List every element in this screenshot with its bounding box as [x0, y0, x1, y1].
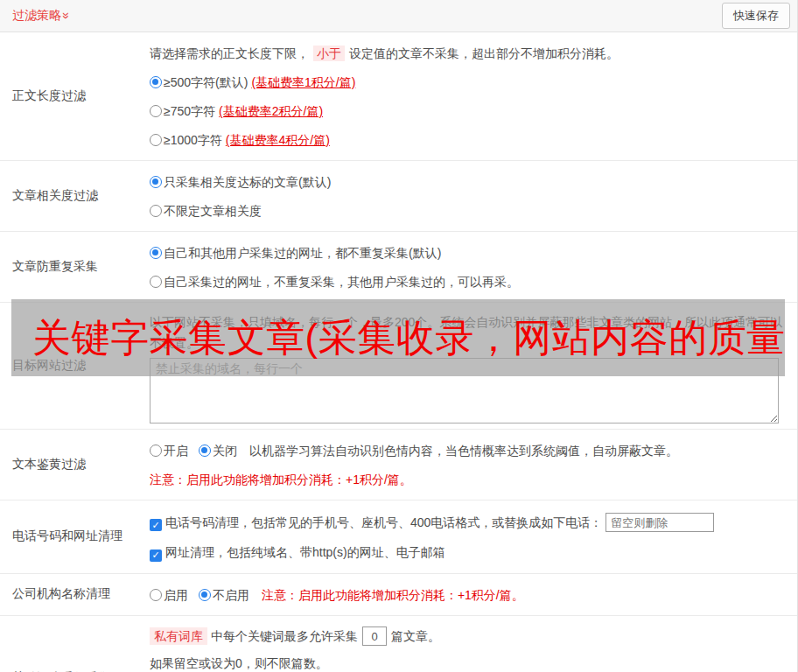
porn-filter-desc: 以机器学习算法自动识别色情内容，当色情概率达到系统阈值，自动屏蔽文章。: [249, 444, 678, 458]
url-clean-option: ✓网址清理，包括纯域名、带http(s)的网址、电子邮箱: [150, 543, 785, 562]
checkbox-url-clean[interactable]: ✓: [150, 550, 162, 562]
content-length-content: 请选择需求的正文长度下限，小于设定值的文章不采集，超出部分不增加积分消耗。 ≥5…: [150, 32, 797, 160]
option-dedup-global-text: 自己和其他用户采集过的网址，都不重复采集(默认): [164, 246, 441, 260]
radio-relevance-any[interactable]: [150, 205, 162, 217]
section-keyword-dedup: 关键词防重复采集 私有词库中每个关键词最多允许采集篇文章。 如果留空或设为0，则…: [0, 616, 797, 672]
radio-min-750[interactable]: [150, 105, 162, 117]
watermark-overlay: 关键字采集文章(采集收录，网站内容的质量: [11, 299, 785, 376]
intro-post-text: 设定值的文章不采集，超出部分不增加积分消耗。: [349, 46, 619, 60]
porn-on-text: 开启: [164, 444, 188, 458]
intro-pre-text: 请选择需求的正文长度下限，: [150, 46, 309, 60]
porn-filter-options: 开启关闭 以机器学习算法自动识别色情内容，当色情概率达到系统阈值，自动屏蔽文章。: [150, 442, 785, 459]
radio-relevance-strict[interactable]: [150, 176, 162, 188]
option-relevance-any: 不限定文章相关度: [150, 202, 785, 220]
page-title-text: 过滤策略: [12, 8, 61, 24]
relevance-label: 文章相关度过滤: [0, 161, 150, 231]
porn-off-text: 关闭: [213, 444, 237, 458]
radio-min-1000[interactable]: [150, 134, 162, 146]
section-porn-filter: 文本鉴黄过滤 开启关闭 以机器学习算法自动识别色情内容，当色情概率达到系统阈值，…: [0, 430, 797, 500]
porn-filter-label: 文本鉴黄过滤: [0, 430, 150, 500]
section-url-dedup: 文章防重复采集 自己和其他用户采集过的网址，都不重复采集(默认) 自己采集过的网…: [0, 232, 797, 303]
keyword-dedup-label: 关键词防重复采集: [0, 616, 150, 672]
company-disable-text: 不启用: [213, 588, 249, 602]
relevance-content: 只采集相关度达标的文章(默认) 不限定文章相关度: [150, 161, 797, 231]
content-length-label: 正文长度过滤: [0, 32, 150, 160]
porn-filter-note: 注意：启用此功能将增加积分消耗：+1积分/篇。: [150, 471, 785, 488]
private-lexicon-badge: 私有词库: [150, 627, 207, 645]
watermark-text: 关键字采集文章(采集收录，网站内容的质量: [32, 312, 785, 364]
keyword-limit-line: 私有词库中每个关键词最多允许采集篇文章。: [150, 626, 785, 647]
radio-dedup-global[interactable]: [150, 247, 162, 259]
porn-filter-content: 开启关闭 以机器学习算法自动识别色情内容，当色情概率达到系统阈值，自动屏蔽文章。…: [150, 430, 797, 500]
option-min-1000: ≥1000字符(基础费率4积分/篇): [150, 131, 785, 149]
quick-save-button[interactable]: 快速保存: [722, 3, 790, 29]
option-min-500-fee: (基础费率1积分/篇): [251, 75, 355, 89]
chevron-double-down-icon: »: [60, 12, 73, 19]
content-length-intro: 请选择需求的正文长度下限，小于设定值的文章不采集，超出部分不增加积分消耗。: [150, 45, 785, 62]
company-clean-note: 注意：启用此功能将增加积分消耗：+1积分/篇。: [262, 588, 524, 602]
radio-porn-off[interactable]: [199, 444, 211, 457]
keyword-note-unlimited: 如果留空或设为0，则不限篇数。: [150, 654, 785, 672]
keyword-limit-mid-text: 中每个关键词最多允许采集: [211, 629, 358, 643]
phone-clean-option: ✓电话号码清理，包括常见的手机号、座机号、400电话格式，或替换成如下电话：: [150, 513, 785, 532]
section-content-length: 正文长度过滤 请选择需求的正文长度下限，小于设定值的文章不采集，超出部分不增加积…: [0, 32, 797, 161]
section-relevance: 文章相关度过滤 只采集相关度达标的文章(默认) 不限定文章相关度: [0, 161, 797, 232]
company-enable-text: 启用: [164, 588, 188, 602]
radio-company-disable[interactable]: [199, 589, 211, 601]
keyword-dedup-content: 私有词库中每个关键词最多允许采集篇文章。 如果留空或设为0，则不限篇数。 如果设…: [150, 616, 797, 672]
option-relevance-strict-text: 只采集相关度达标的文章(默认): [164, 175, 331, 189]
option-min-750: ≥750字符(基础费率2积分/篇): [150, 102, 785, 120]
option-dedup-self: 自己采集过的网址，不重复采集，其他用户采集过的，可以再采。: [150, 273, 785, 290]
phone-url-clean-label: 电话号码和网址清理: [0, 500, 150, 573]
checkbox-phone-clean[interactable]: ✓: [150, 519, 162, 531]
url-clean-text: 网址清理，包括纯域名、带http(s)的网址、电子邮箱: [165, 545, 445, 559]
checkmark-icon: ✓: [151, 550, 159, 560]
phone-clean-text: 电话号码清理，包括常见的手机号、座机号、400电话格式，或替换成如下电话：: [165, 515, 602, 529]
option-relevance-any-text: 不限定文章相关度: [164, 204, 262, 218]
section-company-clean: 公司机构名称清理 启用不启用 注意：启用此功能将增加积分消耗：+1积分/篇。: [0, 574, 797, 616]
less-than-highlight: 小于: [313, 46, 345, 61]
url-dedup-content: 自己和其他用户采集过的网址，都不重复采集(默认) 自己采集过的网址，不重复采集，…: [150, 232, 797, 302]
radio-dedup-self[interactable]: [150, 276, 162, 288]
url-dedup-label: 文章防重复采集: [0, 232, 150, 302]
option-min-750-fee: (基础费率2积分/篇): [219, 104, 323, 118]
section-phone-url-clean: 电话号码和网址清理 ✓电话号码清理，包括常见的手机号、座机号、400电话格式，或…: [0, 500, 797, 574]
replacement-phone-input[interactable]: [606, 513, 714, 532]
option-min-1000-text: ≥1000字符: [164, 133, 222, 147]
option-min-500: ≥500字符(默认)(基础费率1积分/篇): [150, 74, 785, 91]
radio-min-500[interactable]: [150, 76, 162, 88]
keyword-limit-post-text: 篇文章。: [391, 629, 440, 643]
page-header: 过滤策略 » 快速保存: [0, 0, 797, 32]
company-clean-label: 公司机构名称清理: [0, 574, 150, 615]
filter-settings-page: 过滤策略 » 快速保存 正文长度过滤 请选择需求的正文长度下限，小于设定值的文章…: [0, 0, 798, 672]
option-relevance-strict: 只采集相关度达标的文章(默认): [150, 173, 785, 191]
option-min-1000-fee: (基础费率4积分/篇): [226, 133, 330, 147]
page-title[interactable]: 过滤策略 »: [12, 8, 70, 24]
company-clean-options: 启用不启用 注意：启用此功能将增加积分消耗：+1积分/篇。: [150, 586, 785, 604]
checkmark-icon: ✓: [151, 521, 159, 530]
option-dedup-global: 自己和其他用户采集过的网址，都不重复采集(默认): [150, 244, 785, 262]
option-min-750-text: ≥750字符: [164, 104, 215, 118]
phone-url-clean-content: ✓电话号码清理，包括常见的手机号、座机号、400电话格式，或替换成如下电话： ✓…: [150, 500, 797, 573]
radio-porn-on[interactable]: [150, 444, 162, 457]
company-clean-content: 启用不启用 注意：启用此功能将增加积分消耗：+1积分/篇。: [150, 574, 797, 615]
option-min-500-text: ≥500字符(默认): [164, 75, 248, 89]
option-dedup-self-text: 自己采集过的网址，不重复采集，其他用户采集过的，可以再采。: [164, 275, 519, 289]
keyword-limit-input[interactable]: [362, 626, 387, 646]
radio-company-enable[interactable]: [150, 589, 162, 601]
